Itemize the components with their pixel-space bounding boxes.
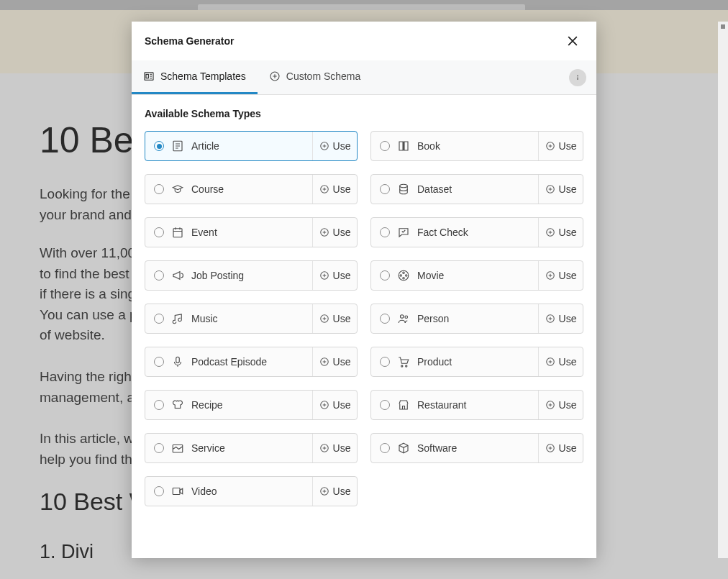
schema-type-select-event[interactable]: Event (145, 218, 312, 247)
schema-type-select-person[interactable]: Person (371, 304, 538, 333)
schema-type-label: Music (191, 313, 218, 324)
use-button-restaurant[interactable]: Use (538, 391, 583, 419)
schema-type-label: Dataset (417, 183, 452, 195)
use-button-software[interactable]: Use (538, 434, 583, 462)
radio-software[interactable] (380, 443, 390, 453)
use-button-person[interactable]: Use (538, 304, 583, 333)
plus-circle-icon (319, 227, 329, 237)
schema-type-factcheck: Fact CheckUse (370, 217, 583, 247)
mic-icon (171, 355, 184, 368)
schema-type-select-recipe[interactable]: Recipe (145, 391, 312, 419)
schema-type-music: MusicUse (145, 304, 358, 334)
megaphone-icon (171, 269, 184, 282)
info-button[interactable] (569, 69, 586, 86)
radio-recipe[interactable] (154, 400, 164, 410)
use-button-dataset[interactable]: Use (538, 175, 583, 204)
schema-type-select-factcheck[interactable]: Fact Check (371, 218, 538, 247)
radio-product[interactable] (380, 357, 390, 367)
use-button-service[interactable]: Use (312, 434, 357, 462)
plus-circle-icon (319, 270, 329, 281)
section-title: Available Schema Types (145, 108, 583, 119)
info-icon (573, 73, 583, 83)
schema-type-movie: MovieUse (370, 260, 583, 291)
use-button-event[interactable]: Use (312, 218, 357, 247)
use-button-video[interactable]: Use (312, 477, 357, 506)
scrollbar-track[interactable] (718, 22, 728, 558)
radio-book[interactable] (380, 141, 390, 151)
use-button-movie[interactable]: Use (538, 261, 583, 290)
music-icon (171, 312, 184, 325)
radio-jobposting[interactable] (154, 270, 164, 281)
store-icon (397, 398, 410, 411)
schema-type-grid: ArticleUseBookUseCourseUseDatasetUseEven… (145, 131, 583, 506)
schema-type-select-article[interactable]: Article (145, 132, 312, 160)
radio-movie[interactable] (380, 270, 390, 281)
tab-custom-schema[interactable]: Custom Schema (258, 60, 372, 94)
radio-service[interactable] (154, 443, 164, 453)
use-button-book[interactable]: Use (538, 132, 583, 160)
cart-icon (397, 355, 410, 368)
schema-type-podcast: Podcast EpisodeUse (145, 347, 358, 377)
plus-circle-icon (319, 141, 329, 151)
doc-lines-icon (171, 140, 184, 152)
plus-circle-icon (545, 184, 555, 194)
radio-person[interactable] (380, 314, 390, 324)
schema-type-software: SoftwareUse (370, 433, 583, 463)
modal-header: Schema Generator (132, 22, 596, 60)
schema-type-select-jobposting[interactable]: Job Posting (145, 261, 312, 290)
close-button[interactable] (563, 32, 582, 50)
schema-type-select-dataset[interactable]: Dataset (371, 175, 538, 204)
use-label: Use (333, 313, 351, 324)
close-icon (565, 34, 580, 48)
radio-video[interactable] (154, 486, 164, 496)
use-button-product[interactable]: Use (538, 347, 583, 376)
radio-dataset[interactable] (380, 184, 390, 194)
schema-type-select-restaurant[interactable]: Restaurant (371, 391, 538, 419)
radio-event[interactable] (154, 227, 164, 237)
use-label: Use (333, 442, 351, 454)
use-button-factcheck[interactable]: Use (538, 218, 583, 247)
plus-circle-icon (545, 314, 555, 324)
tabs-left: Schema Templates Custom Schema (132, 60, 372, 94)
scrollbar-up-icon (721, 24, 725, 29)
calendar-icon (171, 226, 184, 239)
radio-factcheck[interactable] (380, 227, 390, 237)
schema-type-select-movie[interactable]: Movie (371, 261, 538, 290)
schema-type-select-service[interactable]: Service (145, 434, 312, 462)
schema-type-select-video[interactable]: Video (145, 477, 312, 506)
schema-type-label: Podcast Episode (191, 356, 267, 368)
plus-circle-icon (319, 400, 329, 410)
schema-type-select-course[interactable]: Course (145, 175, 312, 204)
use-button-jobposting[interactable]: Use (312, 261, 357, 290)
radio-course[interactable] (154, 184, 164, 194)
use-button-course[interactable]: Use (312, 175, 357, 204)
schema-type-select-software[interactable]: Software (371, 434, 538, 462)
schema-type-label: Job Posting (191, 270, 244, 281)
radio-article[interactable] (154, 141, 164, 151)
schema-type-label: Software (417, 442, 457, 454)
bg-topbar (0, 0, 728, 10)
schema-type-select-podcast[interactable]: Podcast Episode (145, 347, 312, 376)
use-button-podcast[interactable]: Use (312, 347, 357, 376)
schema-type-select-book[interactable]: Book (371, 132, 538, 160)
people-icon (397, 312, 410, 325)
schema-type-label: Product (417, 356, 452, 368)
radio-music[interactable] (154, 314, 164, 324)
tab-schema-templates[interactable]: Schema Templates (132, 60, 258, 94)
plus-circle-icon (319, 184, 329, 194)
use-label: Use (333, 140, 351, 152)
use-button-music[interactable]: Use (312, 304, 357, 333)
schema-type-event: EventUse (145, 217, 358, 247)
plus-circle-icon (269, 70, 281, 82)
schema-type-label: Service (191, 442, 225, 454)
chef-icon (171, 398, 184, 411)
schema-type-product: ProductUse (370, 347, 583, 377)
use-button-recipe[interactable]: Use (312, 391, 357, 419)
schema-type-select-product[interactable]: Product (371, 347, 538, 376)
radio-restaurant[interactable] (380, 400, 390, 410)
template-icon (143, 70, 155, 82)
use-label: Use (559, 356, 577, 368)
radio-podcast[interactable] (154, 357, 164, 367)
schema-type-select-music[interactable]: Music (145, 304, 312, 333)
use-button-article[interactable]: Use (312, 132, 357, 160)
